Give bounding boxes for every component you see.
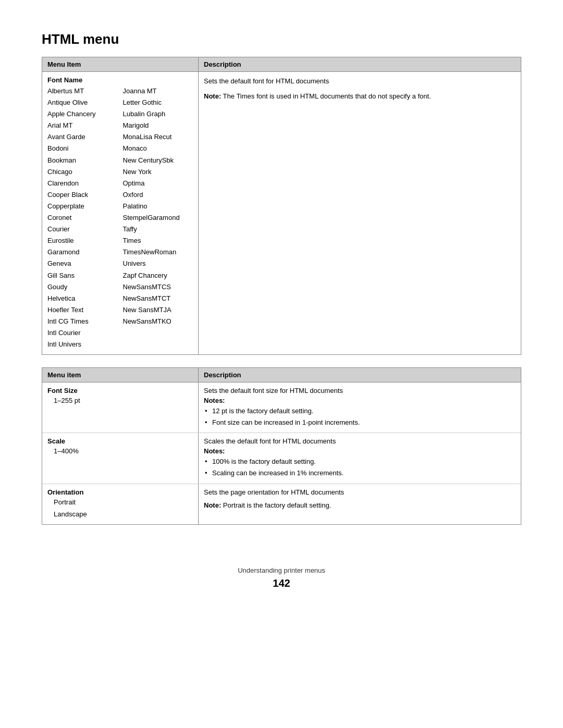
font-name-label: Font Name bbox=[47, 76, 193, 84]
list-item: Taffy bbox=[123, 224, 193, 235]
orientation-col1: Orientation Portrait Landscape bbox=[42, 484, 199, 525]
list-item: Eurostile bbox=[47, 235, 118, 246]
list-item: NewSansMTCS bbox=[123, 281, 193, 293]
list-item: Bodoni bbox=[47, 143, 118, 154]
list-item: Geneva bbox=[47, 258, 118, 269]
font-size-col1: Font Size 1–255 pt bbox=[42, 382, 199, 433]
font-size-notes-label: Notes: bbox=[204, 397, 516, 404]
scale-notes-label: Notes: bbox=[204, 447, 516, 455]
list-item: Marigold bbox=[123, 120, 193, 131]
footer: Understanding printer menus 142 bbox=[42, 566, 521, 589]
list-item: Chicago bbox=[47, 166, 118, 178]
list-item: Times bbox=[123, 235, 193, 246]
footer-page-number: 142 bbox=[42, 577, 521, 589]
font-size-range: 1–255 pt bbox=[47, 394, 193, 406]
list-item: MonaLisa Recut bbox=[123, 131, 193, 143]
footer-caption: Understanding printer menus bbox=[42, 566, 521, 574]
font-col1: Font Name Albertus MTAntique OliveApple … bbox=[42, 72, 199, 354]
scale-desc-main: Scales the default font for HTML documen… bbox=[204, 437, 516, 445]
left-font-list: Albertus MTAntique OliveApple ChanceryAr… bbox=[47, 85, 120, 350]
table1-col2-header: Description bbox=[199, 57, 521, 71]
font-size-bullet-1: 12 pt is the factory default setting. bbox=[204, 405, 516, 417]
scale-bullet-1: 100% is the factory default setting. bbox=[204, 456, 516, 467]
list-item: Hoefler Text bbox=[47, 304, 118, 316]
font-desc-col: Sets the default font for HTML documents… bbox=[199, 72, 521, 354]
note-label: Note: bbox=[204, 92, 221, 100]
font-size-bullet-2: Font size can be increased in 1-point in… bbox=[204, 417, 516, 428]
table1-col1-header: Menu Item bbox=[42, 57, 199, 71]
page-title: HTML menu bbox=[42, 31, 521, 47]
table2-header: Menu item Description bbox=[42, 368, 521, 382]
scale-range: 1–400% bbox=[47, 445, 193, 457]
list-item: Intl CG Times bbox=[47, 316, 118, 327]
font-size-row: Font Size 1–255 pt Sets the default font… bbox=[42, 382, 521, 433]
list-item: Optima bbox=[123, 178, 193, 189]
list-item: Goudy bbox=[47, 281, 118, 293]
list-item: Lubalin Graph bbox=[123, 108, 193, 120]
list-item: NewSansMTKO bbox=[123, 316, 193, 327]
note-text: The Times font is used in HTML documents… bbox=[223, 92, 431, 100]
scale-label: Scale bbox=[47, 437, 193, 445]
list-item: Avant Garde bbox=[47, 131, 118, 143]
list-item: Monaco bbox=[123, 143, 193, 154]
list-item: New CenturySbk bbox=[123, 155, 193, 166]
list-item: Garamond bbox=[47, 246, 118, 258]
list-item: New SansMTJA bbox=[123, 304, 193, 316]
scale-bullet-2: Scaling can be increased in 1% increment… bbox=[204, 467, 516, 479]
list-item: Letter Gothic bbox=[123, 97, 193, 108]
orientation-desc: Sets the page orientation for HTML docum… bbox=[199, 484, 521, 525]
orientation-row: Orientation Portrait Landscape Sets the … bbox=[42, 484, 521, 525]
list-item: StempelGaramond bbox=[123, 212, 193, 224]
list-item: Antique Olive bbox=[47, 97, 118, 108]
list-item: Helvetica bbox=[47, 293, 118, 304]
font-name-table: Menu Item Description Font Name Albertus… bbox=[42, 57, 521, 355]
list-item: Cooper Black bbox=[47, 189, 118, 201]
list-item: Courier bbox=[47, 224, 118, 235]
list-item: Copperplate bbox=[47, 201, 118, 212]
table2-col2-header: Description bbox=[199, 368, 521, 382]
font-desc-note: Note: The Times font is used in HTML doc… bbox=[204, 91, 516, 102]
list-item: Joanna MT bbox=[123, 85, 193, 97]
list-item: New York bbox=[123, 166, 193, 178]
list-item: TimesNewRoman bbox=[123, 246, 193, 258]
list-item: Palatino bbox=[123, 201, 193, 212]
font-size-desc-main: Sets the default font size for HTML docu… bbox=[204, 387, 516, 394]
right-font-list: Joanna MTLetter GothicLubalin GraphMarig… bbox=[120, 85, 193, 350]
font-size-label: Font Size bbox=[47, 387, 193, 394]
list-item: Intl Univers bbox=[47, 339, 118, 350]
list-item: Arial MT bbox=[47, 120, 118, 131]
list-item: Oxford bbox=[123, 189, 193, 201]
table1-body: Font Name Albertus MTAntique OliveApple … bbox=[42, 72, 521, 354]
scale-bullets: 100% is the factory default setting. Sca… bbox=[204, 456, 516, 479]
scale-row: Scale 1–400% Scales the default font for… bbox=[42, 433, 521, 484]
list-item: Clarendon bbox=[47, 178, 118, 189]
table1-header: Menu Item Description bbox=[42, 57, 521, 72]
orientation-note-text: Portrait is the factory default setting. bbox=[223, 501, 331, 509]
list-item: Coronet bbox=[47, 212, 118, 224]
settings-table: Menu item Description Font Size 1–255 pt… bbox=[42, 367, 521, 525]
font-desc-main: Sets the default font for HTML documents bbox=[204, 76, 516, 87]
orientation-portrait: Portrait bbox=[47, 496, 193, 508]
orientation-landscape: Landscape bbox=[47, 508, 193, 520]
orientation-note-label: Note: bbox=[204, 501, 221, 509]
list-item: Intl Courier bbox=[47, 327, 118, 339]
font-size-desc: Sets the default font size for HTML docu… bbox=[199, 382, 521, 433]
list-item: Gill Sans bbox=[47, 270, 118, 281]
orientation-note: Note: Portrait is the factory default se… bbox=[204, 500, 516, 511]
list-item: Zapf Chancery bbox=[123, 270, 193, 281]
scale-col1: Scale 1–400% bbox=[42, 433, 199, 483]
list-item: Univers bbox=[123, 258, 193, 269]
scale-desc: Scales the default font for HTML documen… bbox=[199, 433, 521, 483]
list-item: Bookman bbox=[47, 155, 118, 166]
list-item: NewSansMTCT bbox=[123, 293, 193, 304]
list-item: Apple Chancery bbox=[47, 108, 118, 120]
font-size-bullets: 12 pt is the factory default setting. Fo… bbox=[204, 405, 516, 428]
font-lists: Albertus MTAntique OliveApple ChanceryAr… bbox=[47, 85, 193, 350]
list-item: Albertus MT bbox=[47, 85, 118, 97]
orientation-desc-main: Sets the page orientation for HTML docum… bbox=[204, 488, 516, 496]
orientation-label: Orientation bbox=[47, 488, 193, 496]
table2-col1-header: Menu item bbox=[42, 368, 199, 382]
